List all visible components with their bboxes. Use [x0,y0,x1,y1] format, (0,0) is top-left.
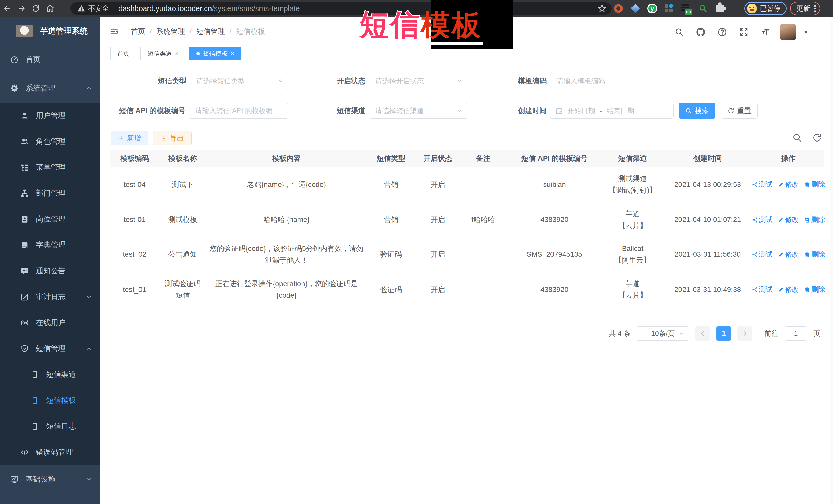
date-range-picker[interactable]: 开始日期 - 结束日期 [550,103,673,119]
breadcrumb-sms[interactable]: 短信管理 [196,27,225,37]
sidebar-item-sms-channel[interactable]: 短信渠道 [0,361,100,387]
reset-button[interactable]: 重置 [721,103,758,119]
browser-profile-button[interactable]: 已暂停 [744,2,787,15]
test-action[interactable]: 测试 [752,249,773,260]
delete-action[interactable]: 删除 [804,179,825,190]
sidebar-item-error-code[interactable]: 错误码管理 [0,439,100,465]
test-action[interactable]: 测试 [752,214,773,225]
test-action[interactable]: 测试 [752,179,773,190]
avatar-dropdown-caret-icon[interactable]: ▾ [804,28,807,35]
breadcrumb-home[interactable]: 首页 [131,27,145,37]
edit-action[interactable]: 修改 [778,179,799,190]
extension-list-on-icon[interactable]: on [681,3,691,14]
url-bar[interactable]: 不安全 dashboard.yudao.iocoder.cn/system/sm… [70,2,612,15]
edit-action[interactable]: 修改 [778,214,799,225]
chevron-down-icon [278,78,284,84]
close-icon[interactable]: × [175,50,178,57]
sidebar-item-sms-mgmt[interactable]: 短信管理 [0,336,100,361]
github-icon[interactable] [694,25,707,39]
add-button[interactable]: 新增 [111,131,148,145]
sidebar-item-sms-log[interactable]: 短信日志 [0,413,100,439]
table-row[interactable]: test-01 测试模板 哈哈哈 {name} 营销 开启 f哈哈哈 43839… [110,202,824,237]
chevron-down-icon [86,293,92,300]
sidebar-item-home[interactable]: 首页 [0,45,100,74]
extension-blue-pin-icon[interactable] [630,3,640,14]
close-icon[interactable]: × [231,50,234,57]
extension-orange-ring-icon[interactable] [613,3,623,14]
edit-action[interactable]: 修改 [778,284,799,295]
browser-home-button[interactable] [43,1,57,16]
browser-update-button[interactable]: 更新 ••• [790,2,820,15]
url-domain: dashboard.yudao.iocoder.cn [118,4,212,13]
table-row[interactable]: test-04 测试下 老鸡{name}，牛逼{code} 营销 开启 suib… [110,167,824,202]
goto-page-input[interactable] [785,326,807,341]
edit-action[interactable]: 修改 [778,249,799,260]
pagination-total: 共 4 条 [609,329,630,338]
breadcrumb-current: 短信模板 [236,27,265,37]
chevron-right-icon [741,330,748,337]
table-row[interactable]: test_01 测试验证码短信 正在进行登录操作{operation}，您的验证… [110,272,824,308]
current-page-button[interactable]: 1 [716,326,731,341]
template-code-input[interactable] [550,73,649,89]
header-actions: тT ▾ [672,24,807,40]
scrollbar-track[interactable] [830,17,833,504]
edit-icon [778,287,784,293]
sidebar-item-system-mgmt[interactable]: 系统管理 [0,74,100,102]
table-refresh-icon[interactable] [812,133,822,143]
help-icon[interactable] [716,25,729,39]
sidebar-item-dept-mgmt[interactable]: 部门管理 [0,180,100,206]
sidebar-item-post-mgmt[interactable]: 岗位管理 [0,206,100,232]
delete-action[interactable]: 删除 [804,214,825,225]
active-dot [196,52,200,55]
next-page-button[interactable] [737,326,752,341]
extension-green-y-icon[interactable]: y [647,3,658,14]
sidebar-item-role-mgmt[interactable]: 角色管理 [0,128,100,154]
tab-home[interactable]: 首页 [110,47,136,60]
extension-magnifier-icon[interactable] [698,3,708,14]
browser-reload-button[interactable] [29,1,43,16]
delete-action[interactable]: 删除 [804,284,825,295]
extension-grid-icon[interactable] [664,3,674,14]
sidebar-collapse-icon[interactable] [109,27,119,37]
channel-select[interactable] [369,103,468,119]
sidebar-item-menu-mgmt[interactable]: 菜单管理 [0,154,100,180]
annotation-title: 短信模板 [359,10,482,40]
sidebar-item-sms-template[interactable]: 短信模板 [0,387,100,413]
chevron-down-icon [86,476,92,483]
browser-back-button[interactable] [0,1,14,16]
edit-icon [778,182,784,188]
fullscreen-icon[interactable] [737,25,751,39]
test-action[interactable]: 测试 [752,284,773,295]
tab-sms-channel[interactable]: 短信渠道 × [141,47,185,60]
sidebar-logo[interactable]: 芋道管理系统 [0,17,100,45]
table-row[interactable]: test_02 公告通知 您的验证码{code}，该验证码5分钟内有效，请勿泄漏… [110,237,824,272]
user-avatar[interactable] [780,24,796,40]
sms-type-select[interactable] [190,73,288,89]
sidebar-item-notice[interactable]: 通知公告 [0,258,100,284]
page-size-select[interactable]: 10条/页 [637,326,689,341]
export-button[interactable]: 导出 [153,131,192,145]
status-select[interactable] [369,73,468,89]
browser-menu-kebab-icon[interactable]: ••• [814,5,816,12]
delete-action[interactable]: 删除 [804,249,825,260]
pagination: 共 4 条 10条/页 1 前往 页 [609,326,820,341]
bookmark-star-icon[interactable] [595,1,609,16]
mobile-icon [30,423,40,430]
org-chart-icon [20,189,29,198]
tab-sms-template[interactable]: 短信模板 × [189,47,241,60]
table-search-toggle-icon[interactable] [792,133,802,143]
api-template-id-input[interactable] [189,103,288,119]
sidebar-item-audit-log[interactable]: 审计日志 [0,284,100,310]
font-size-icon[interactable]: тT [759,25,772,39]
sidebar-item-dict-mgmt[interactable]: 字典管理 [0,232,100,258]
sidebar-item-online-users[interactable]: 在线用户 [0,310,100,336]
sidebar-item-infrastructure[interactable]: 基础设施 [0,465,100,494]
prev-page-button[interactable] [695,326,710,341]
logo-rabbit-avatar [16,25,33,37]
search-icon[interactable] [672,25,686,39]
extensions-puzzle-icon[interactable] [715,3,725,14]
breadcrumb-system[interactable]: 系统管理 [157,27,185,37]
browser-forward-button[interactable] [14,1,29,16]
search-button[interactable]: 搜索 [679,103,715,119]
sidebar-item-user-mgmt[interactable]: 用户管理 [0,102,100,128]
